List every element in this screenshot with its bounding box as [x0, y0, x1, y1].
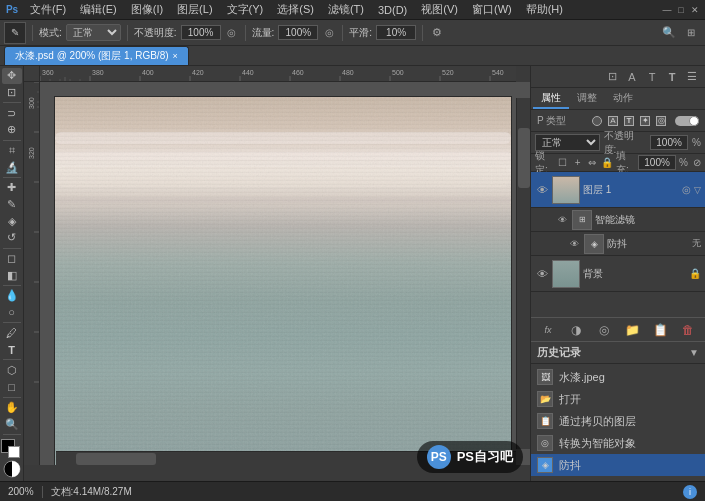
- tab-properties[interactable]: 属性: [533, 88, 569, 109]
- info-icon[interactable]: i: [683, 485, 697, 499]
- layer-1-visibility[interactable]: 👁: [535, 183, 549, 197]
- history-item-0[interactable]: 🖼 水漆.jpeg: [531, 366, 705, 388]
- win-maximize[interactable]: □: [675, 4, 687, 16]
- layer-filter-type[interactable]: T: [624, 116, 634, 126]
- layer-item-fangdou[interactable]: 👁 ◈ 防抖 无: [531, 232, 705, 256]
- right-panel-icon-4[interactable]: T: [663, 68, 681, 86]
- lock-position-icon[interactable]: +: [572, 156, 584, 170]
- canvas-image-area[interactable]: [40, 82, 530, 465]
- quick-select-tool[interactable]: ⊕: [2, 122, 22, 138]
- move-tool[interactable]: ✥: [2, 68, 22, 84]
- layer-fx-button[interactable]: fx: [538, 321, 558, 339]
- workspaces-icon[interactable]: ⊞: [683, 25, 699, 41]
- fangdou-visibility[interactable]: 👁: [567, 237, 581, 251]
- menu-item-edit[interactable]: 编辑(E): [74, 0, 123, 19]
- healing-brush-tool[interactable]: ✚: [2, 180, 22, 196]
- tab-actions[interactable]: 动作: [605, 88, 641, 109]
- dodge-tool[interactable]: ○: [2, 304, 22, 320]
- shape-tool[interactable]: □: [2, 379, 22, 395]
- layer-filter-smartobj[interactable]: ◎: [656, 116, 666, 126]
- settings-icon[interactable]: ⚙: [429, 25, 445, 41]
- marquee-tool[interactable]: ⊡: [2, 85, 22, 101]
- fill-input[interactable]: [638, 155, 676, 170]
- opacity-input[interactable]: [181, 25, 221, 40]
- type-tool[interactable]: T: [2, 342, 22, 358]
- layer-item-smartfilters[interactable]: 👁 ⊞ 智能滤镜: [531, 208, 705, 232]
- mode-select[interactable]: 正常: [66, 24, 121, 41]
- zoom-tool[interactable]: 🔍: [2, 416, 22, 432]
- lock-all-icon[interactable]: 🔒: [601, 156, 613, 170]
- history-panel-header[interactable]: 历史记录 ▼: [531, 342, 705, 364]
- history-item-1[interactable]: 📂 打开: [531, 388, 705, 410]
- tab-close-button[interactable]: ×: [173, 51, 178, 61]
- right-panel-icon-1[interactable]: ⊡: [603, 68, 621, 86]
- layer-mask-button[interactable]: ◑: [566, 321, 586, 339]
- menu-item-filter[interactable]: 滤镜(T): [322, 0, 370, 19]
- smoothing-input[interactable]: [376, 25, 416, 40]
- menu-item-view[interactable]: 视图(V): [415, 0, 464, 19]
- gradient-tool[interactable]: ◧: [2, 267, 22, 283]
- brand-text: PS自习吧: [457, 448, 513, 466]
- history-item-4[interactable]: ◈ 防抖: [531, 454, 705, 476]
- menu-item-window[interactable]: 窗口(W): [466, 0, 518, 19]
- background-color[interactable]: [8, 446, 20, 458]
- layer-item-1[interactable]: 👁 图层 1 ◎ ▽: [531, 172, 705, 208]
- menu-item-layer[interactable]: 图层(L): [171, 0, 218, 19]
- layer-filter-shape[interactable]: ✦: [640, 116, 650, 126]
- layer-filter-pixel[interactable]: [592, 116, 602, 126]
- history-brush-tool[interactable]: ↺: [2, 230, 22, 246]
- right-panel-icon-2[interactable]: A: [623, 68, 641, 86]
- layer-1-expand-icon[interactable]: ▽: [694, 185, 701, 195]
- layer-item-background[interactable]: 👁 背景 🔒: [531, 256, 705, 292]
- lock-pixels-icon[interactable]: ☐: [557, 156, 569, 170]
- menu-item-file[interactable]: 文件(F): [24, 0, 72, 19]
- layer-filter-adjust[interactable]: A: [608, 116, 618, 126]
- pen-tool[interactable]: 🖊: [2, 325, 22, 341]
- horizontal-scrollbar-thumb[interactable]: [76, 453, 156, 465]
- foreground-background-colors[interactable]: [1, 439, 23, 456]
- menu-item-help[interactable]: 帮助(H): [520, 0, 569, 19]
- menu-item-3d[interactable]: 3D(D): [372, 0, 413, 19]
- layer-delete-button[interactable]: 🗑: [678, 321, 698, 339]
- eyedropper-tool[interactable]: 🔬: [2, 159, 22, 175]
- history-item-2[interactable]: 📋 通过拷贝的图层: [531, 410, 705, 432]
- layer-new-button[interactable]: 📋: [650, 321, 670, 339]
- smartfilters-visibility[interactable]: 👁: [555, 213, 569, 227]
- path-select-tool[interactable]: ⬡: [2, 362, 22, 378]
- lock-artboard-icon[interactable]: ⇔: [586, 156, 598, 170]
- opacity-pressure-icon[interactable]: ◎: [225, 26, 239, 40]
- flow-input[interactable]: [278, 25, 318, 40]
- crop-tool[interactable]: ⌗: [2, 143, 22, 159]
- layer-adjustment-button[interactable]: ◎: [594, 321, 614, 339]
- brush-tool[interactable]: ✎: [2, 196, 22, 212]
- hand-tool[interactable]: ✋: [2, 399, 22, 415]
- vertical-scrollbar-thumb[interactable]: [518, 128, 530, 188]
- history-icon-3: ◎: [537, 435, 553, 451]
- right-panel-menu[interactable]: ☰: [683, 68, 701, 86]
- stamp-tool[interactable]: ◈: [2, 213, 22, 229]
- tool-sep-8: [3, 397, 21, 398]
- layer-filter-toggle[interactable]: [675, 116, 699, 126]
- win-close[interactable]: ✕: [689, 4, 701, 16]
- flow-pressure-icon[interactable]: ◎: [322, 26, 336, 40]
- tab-adjustments[interactable]: 调整: [569, 88, 605, 109]
- blur-tool[interactable]: 💧: [2, 288, 22, 304]
- menu-item-image[interactable]: 图像(I): [125, 0, 169, 19]
- canvas-tab[interactable]: 水漆.psd @ 200% (图层 1, RGB/8) ×: [4, 46, 189, 65]
- background-visibility[interactable]: 👁: [535, 267, 549, 281]
- vertical-scrollbar[interactable]: [516, 98, 530, 449]
- history-collapse-icon[interactable]: ▼: [689, 347, 699, 358]
- menu-item-select[interactable]: 选择(S): [271, 0, 320, 19]
- win-minimize[interactable]: —: [661, 4, 673, 16]
- layer-group-button[interactable]: 📁: [622, 321, 642, 339]
- search-icon[interactable]: 🔍: [661, 25, 677, 41]
- background-lock-icon: 🔒: [689, 268, 701, 279]
- history-label-3: 转换为智能对象: [559, 436, 636, 451]
- menu-item-text[interactable]: 文字(Y): [221, 0, 270, 19]
- history-item-3[interactable]: ◎ 转换为智能对象: [531, 432, 705, 454]
- right-panel-icon-3[interactable]: T: [643, 68, 661, 86]
- quick-mask-icon[interactable]: [3, 460, 21, 478]
- lasso-tool[interactable]: ⊃: [2, 105, 22, 121]
- opacity-blend-input[interactable]: [650, 135, 688, 150]
- eraser-tool[interactable]: ◻: [2, 250, 22, 266]
